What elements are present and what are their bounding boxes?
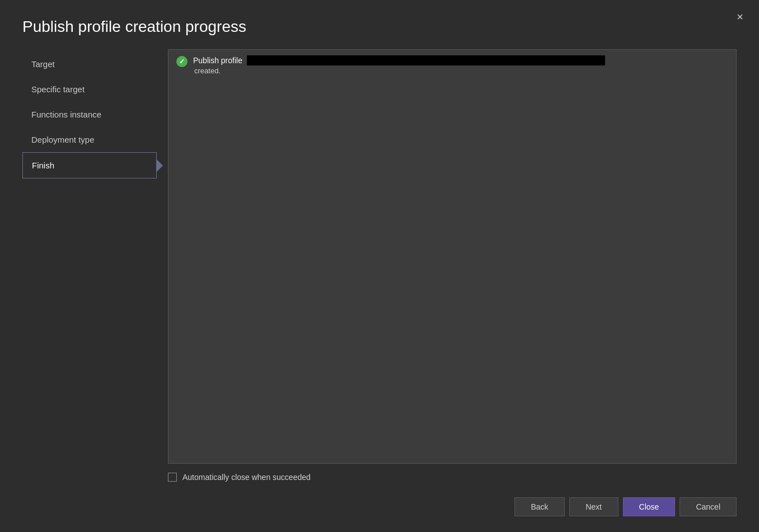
- sidebar-item-target[interactable]: Target: [22, 51, 157, 77]
- dialog-title: Publish profile creation progress: [0, 0, 759, 49]
- sidebar-item-functions-instance[interactable]: Functions instance: [22, 102, 157, 127]
- sidebar-item-finish[interactable]: Finish: [22, 152, 157, 178]
- next-button[interactable]: Next: [569, 497, 619, 516]
- dialog-footer: Back Next Close Cancel: [0, 488, 759, 532]
- progress-entry: Publish profile created.: [168, 50, 736, 81]
- close-x-button[interactable]: ×: [732, 9, 748, 25]
- publish-dialog: × Publish profile creation progress Targ…: [0, 0, 759, 532]
- close-button[interactable]: Close: [623, 497, 676, 516]
- progress-title-line: Publish profile: [193, 55, 728, 65]
- sidebar: Target Specific target Functions instanc…: [22, 49, 157, 488]
- progress-label: Publish profile: [193, 56, 242, 65]
- sidebar-item-specific-target[interactable]: Specific target: [22, 77, 157, 102]
- dialog-body: Target Specific target Functions instanc…: [0, 49, 759, 488]
- progress-text-block: Publish profile created.: [193, 55, 728, 75]
- auto-close-row: Automatically close when succeeded: [168, 464, 737, 488]
- progress-detail: created.: [193, 67, 728, 75]
- cancel-button[interactable]: Cancel: [680, 497, 737, 516]
- sidebar-item-deployment-type[interactable]: Deployment type: [22, 127, 157, 152]
- progress-area: Publish profile created.: [168, 49, 737, 464]
- back-button[interactable]: Back: [514, 497, 564, 516]
- success-icon: [176, 56, 188, 67]
- close-x-area: ×: [732, 9, 748, 25]
- auto-close-label[interactable]: Automatically close when succeeded: [182, 473, 311, 482]
- main-content: Publish profile created. Automatically c…: [157, 49, 737, 488]
- auto-close-checkbox[interactable]: [168, 473, 177, 482]
- redacted-bar: [247, 55, 605, 65]
